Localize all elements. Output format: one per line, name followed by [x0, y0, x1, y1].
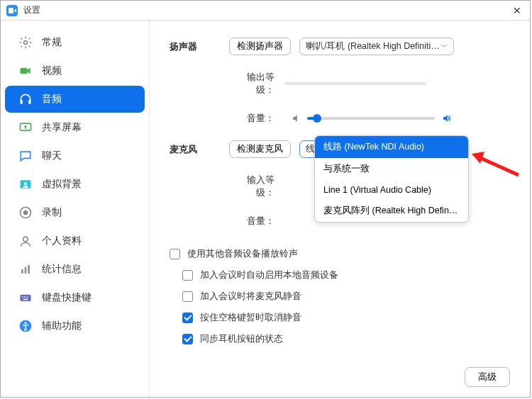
- svg-rect-15: [24, 296, 26, 298]
- check-label: 使用其他音频设备播放铃声: [187, 247, 298, 260]
- gear-icon: [18, 35, 33, 50]
- check-label: 同步耳机按钮的状态: [200, 332, 283, 345]
- sidebar-item-label: 虚拟背景: [42, 178, 82, 191]
- svg-point-8: [23, 210, 28, 215]
- sidebar-item-profile[interactable]: 个人资料: [5, 227, 145, 254]
- check-row: 使用其他音频设备播放铃声: [170, 243, 510, 264]
- sidebar-item-general[interactable]: 常规: [5, 29, 145, 56]
- profile-icon: [18, 233, 33, 249]
- input-level-label: 输入等级：: [229, 174, 284, 199]
- test-speaker-button[interactable]: 检测扬声器: [229, 38, 291, 55]
- checkbox[interactable]: [170, 249, 180, 259]
- sidebar-item-chat[interactable]: 聊天: [5, 142, 145, 169]
- advanced-button[interactable]: 高级: [465, 367, 510, 387]
- speaker-volume-slider[interactable]: [307, 117, 435, 120]
- volume-low-icon: [290, 113, 301, 124]
- speaker-row: 扬声器 检测扬声器 喇叭/耳机 (Realtek High Definiti… …: [170, 38, 510, 55]
- sidebar-item-audio[interactable]: 音频: [5, 86, 145, 113]
- check-label: 加入会议时自动启用本地音频设备: [200, 269, 338, 281]
- test-mic-button[interactable]: 检测麦克风: [229, 140, 291, 158]
- check-label: 按住空格键暂时取消静音: [200, 311, 301, 324]
- check-row: 同步耳机按钮的状态: [170, 328, 510, 349]
- speaker-volume-row: 音量：: [170, 112, 510, 125]
- volume-high-icon: [440, 113, 452, 124]
- sidebar-item-label: 音频: [42, 93, 62, 106]
- sidebar-item-record[interactable]: 录制: [5, 199, 145, 226]
- headphones-icon: [18, 91, 33, 107]
- output-level-label: 输出等级：: [229, 71, 284, 96]
- sidebar-item-share[interactable]: 共享屏幕: [5, 114, 145, 141]
- checkbox[interactable]: [182, 291, 193, 302]
- sidebar: 常规 视频 音频 共享屏幕 聊天 虚拟背景: [1, 21, 150, 397]
- check-row: 按住空格键暂时取消静音: [170, 307, 510, 328]
- check-label: 加入会议时将麦克风静音: [200, 290, 301, 303]
- checkbox-group: 使用其他音频设备播放铃声 加入会议时自动启用本地音频设备 加入会议时将麦克风静音…: [170, 243, 510, 349]
- sidebar-item-label: 常规: [42, 36, 62, 49]
- speaker-device-value: 喇叭/耳机 (Realtek High Definiti…: [306, 40, 440, 52]
- app-icon: [6, 5, 18, 16]
- sidebar-item-label: 辅助功能: [42, 320, 82, 332]
- sidebar-item-stats[interactable]: 统计信息: [5, 256, 145, 283]
- checkbox[interactable]: [182, 313, 193, 323]
- mic-device-dropdown[interactable]: 线路 (NewTek NDI Audio) 与系统一致 Line 1 (Virt…: [314, 135, 469, 223]
- speaker-section-label: 扬声器: [170, 40, 229, 53]
- slider-knob[interactable]: [313, 114, 321, 123]
- window-title: 设置: [23, 4, 510, 16]
- share-screen-icon: [18, 120, 33, 135]
- sidebar-item-keyboard[interactable]: 键盘快捷键: [5, 284, 145, 311]
- keyboard-icon: [18, 290, 33, 305]
- svg-rect-16: [27, 296, 28, 298]
- svg-rect-12: [28, 265, 30, 274]
- checkbox[interactable]: [182, 270, 193, 281]
- sidebar-item-label: 统计信息: [42, 263, 82, 276]
- annotation-arrow: [470, 150, 520, 181]
- checkbox[interactable]: [182, 334, 193, 344]
- output-level-bar: [284, 82, 426, 85]
- video-icon: [18, 63, 33, 79]
- sidebar-item-label: 键盘快捷键: [42, 291, 92, 304]
- stats-icon: [18, 262, 33, 277]
- dropdown-item[interactable]: 线路 (NewTek NDI Audio): [315, 136, 468, 158]
- dropdown-item[interactable]: 麦克风阵列 (Realtek High Definition …: [315, 200, 468, 222]
- sidebar-item-label: 个人资料: [42, 235, 82, 247]
- dropdown-item[interactable]: Line 1 (Virtual Audio Cable): [315, 180, 468, 200]
- svg-rect-14: [22, 296, 23, 298]
- sidebar-item-vbg[interactable]: 虚拟背景: [5, 171, 145, 198]
- mic-volume-label: 音量：: [229, 215, 284, 227]
- svg-point-19: [25, 322, 27, 324]
- close-icon[interactable]: ✕: [510, 4, 524, 18]
- accessibility-icon: [18, 318, 33, 334]
- sidebar-item-accessibility[interactable]: 辅助功能: [5, 313, 145, 339]
- svg-point-9: [23, 237, 28, 242]
- svg-rect-13: [21, 295, 31, 301]
- sidebar-item-label: 共享屏幕: [42, 121, 82, 134]
- speaker-output-row: 输出等级：: [170, 71, 510, 96]
- svg-rect-3: [28, 100, 31, 104]
- svg-point-6: [24, 182, 27, 185]
- sidebar-item-label: 聊天: [42, 150, 62, 162]
- sidebar-item-label: 视频: [42, 64, 62, 77]
- dropdown-item[interactable]: 与系统一致: [315, 158, 468, 180]
- svg-point-0: [24, 41, 28, 45]
- virtual-bg-icon: [18, 176, 33, 192]
- svg-rect-17: [23, 299, 28, 300]
- titlebar: 设置 ✕: [1, 1, 530, 21]
- mic-section-label: 麦克风: [170, 143, 229, 156]
- speaker-volume-label: 音量：: [229, 112, 284, 125]
- svg-rect-10: [21, 269, 23, 274]
- chat-icon: [18, 148, 33, 164]
- chevron-down-icon: ﹀: [440, 42, 448, 52]
- svg-rect-2: [21, 100, 23, 104]
- check-row: 加入会议时自动启用本地音频设备: [170, 264, 510, 286]
- svg-rect-1: [21, 68, 28, 74]
- check-row: 加入会议时将麦克风静音: [170, 286, 510, 307]
- record-icon: [18, 205, 33, 220]
- speaker-device-select[interactable]: 喇叭/耳机 (Realtek High Definiti… ﹀: [299, 38, 454, 55]
- svg-rect-11: [25, 267, 27, 274]
- sidebar-item-label: 录制: [42, 206, 62, 219]
- sidebar-item-video[interactable]: 视频: [5, 57, 145, 84]
